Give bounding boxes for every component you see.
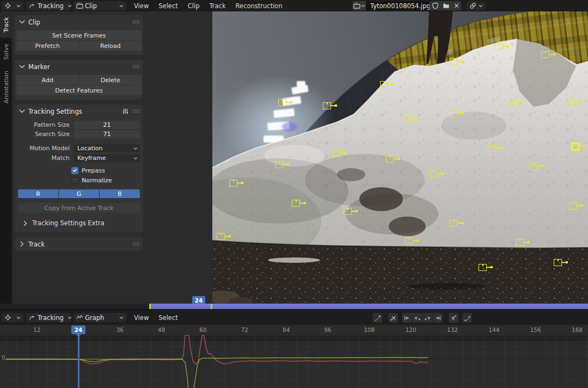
set-scene-frames-button[interactable]: Set Scene Frames <box>16 30 142 40</box>
sidebar-tab-annotation[interactable]: Annotation <box>0 65 12 109</box>
playhead-frame-badge[interactable]: 24 <box>71 325 85 334</box>
track-marker[interactable] <box>229 180 237 187</box>
refine-markers-button[interactable] <box>462 313 472 323</box>
track-marker[interactable] <box>323 102 331 109</box>
track-marker[interactable] <box>292 200 300 207</box>
open-clip-button[interactable] <box>440 1 451 10</box>
zero-axis-line <box>0 359 588 359</box>
jump-first-marker-button[interactable] <box>402 313 412 323</box>
pattern-size-field[interactable]: 21 <box>74 121 140 129</box>
channel-g-toggle[interactable]: G <box>59 189 99 198</box>
link-dropdown[interactable] <box>467 1 486 10</box>
track-marker[interactable] <box>569 202 577 210</box>
track-marker[interactable] <box>405 115 413 122</box>
track-marker[interactable] <box>450 58 458 65</box>
prev-marker-button[interactable] <box>412 313 422 323</box>
track-marker[interactable] <box>509 100 517 107</box>
panel-tracking-settings-header[interactable]: Tracking Settings <box>16 107 142 116</box>
next-marker-button[interactable] <box>422 313 432 323</box>
menu-clip[interactable]: Clip <box>183 2 205 10</box>
sidebar-tab-track[interactable]: Track <box>0 11 12 38</box>
track-marker[interactable] <box>386 156 394 163</box>
panel-expand-icon <box>19 108 26 115</box>
playhead-line[interactable] <box>78 331 79 388</box>
add-marker-button[interactable]: Add <box>16 75 79 85</box>
match-select[interactable]: Keyframe <box>74 154 140 162</box>
track-marker[interactable] <box>344 208 352 215</box>
jump-last-marker-button[interactable] <box>433 313 443 323</box>
track-marker[interactable] <box>488 145 496 152</box>
track-marker[interactable] <box>405 237 413 244</box>
clip-viewport[interactable] <box>212 11 588 304</box>
menu-view[interactable]: View <box>129 2 154 10</box>
prepass-checkbox[interactable] <box>71 167 78 174</box>
tracking-settings-extra-subpanel[interactable]: Tracking Settings Extra <box>22 219 142 227</box>
chevron-down-icon <box>68 4 72 8</box>
insert-keyframe-button[interactable] <box>372 313 382 323</box>
frame-ruler[interactable]: 1224364860728496108120132144156168 <box>0 325 588 336</box>
track-marker[interactable] <box>495 43 503 50</box>
clip-id-block: Tyton00108054.jpg <box>352 1 486 10</box>
search-size-field[interactable]: 71 <box>74 130 140 138</box>
track-marker[interactable] <box>541 51 549 58</box>
track-marker-active[interactable] <box>571 143 580 151</box>
unlink-clip-button[interactable] <box>451 1 461 10</box>
editor-type-button[interactable] <box>2 313 23 322</box>
motion-model-select[interactable]: Location <box>74 144 140 152</box>
motion-model-value: Location <box>77 145 103 152</box>
chevron-down-icon <box>16 4 21 8</box>
track-marker[interactable] <box>530 163 538 170</box>
menu-select[interactable]: Select <box>154 314 182 322</box>
cache-bar[interactable] <box>0 304 588 309</box>
clip-name-field[interactable]: Tyton00108054.jpg <box>366 1 430 10</box>
track-marker[interactable] <box>275 161 283 168</box>
presets-icon[interactable] <box>122 108 129 115</box>
menu-track[interactable]: Track <box>205 2 231 10</box>
panel-grip-icon[interactable] <box>132 242 139 246</box>
field-label: Search Size <box>18 131 74 138</box>
panel-grip-icon[interactable] <box>132 109 139 113</box>
workspace-dropdown[interactable]: Tracking <box>26 313 71 322</box>
panel-grip-icon[interactable] <box>132 65 139 69</box>
track-marker[interactable] <box>567 98 575 106</box>
view-mode-label: Graph <box>85 314 115 322</box>
menu-reconstruction[interactable]: Reconstruction <box>231 2 287 10</box>
prefetch-button[interactable]: Prefetch <box>16 41 79 51</box>
panel-track: Track <box>15 237 143 251</box>
view-mode-dropdown[interactable]: Graph <box>74 313 126 322</box>
panel-clip-header[interactable]: Clip <box>16 17 142 27</box>
channel-r-toggle[interactable]: R <box>18 189 58 198</box>
detect-features-button[interactable]: Detect Features <box>16 85 142 95</box>
normalize-checkbox[interactable] <box>71 177 78 184</box>
sidebar-tab-solve[interactable]: Solve <box>0 38 12 65</box>
track-marker[interactable] <box>278 99 286 106</box>
clear-track-forward-button[interactable] <box>449 313 458 323</box>
panel-track-header[interactable]: Track <box>16 239 142 249</box>
mode-dropdown[interactable]: Clip <box>74 1 126 10</box>
menu-view[interactable]: View <box>129 314 154 322</box>
track-marker[interactable] <box>332 150 340 157</box>
menu-select[interactable]: Select <box>154 2 182 10</box>
panel-marker-header[interactable]: Marker <box>16 62 142 71</box>
track-marker[interactable] <box>449 110 457 117</box>
delete-marker-button[interactable] <box>388 313 398 323</box>
reload-button[interactable]: Reload <box>79 41 142 51</box>
workspace-dropdown[interactable]: Tracking <box>26 1 71 10</box>
movieclip-icon <box>353 2 360 9</box>
editor-type-button[interactable] <box>2 1 23 10</box>
track-marker[interactable] <box>217 233 225 240</box>
delete-marker-button[interactable]: Delete <box>79 75 142 85</box>
track-marker[interactable] <box>430 170 438 177</box>
track-marker[interactable] <box>450 220 458 227</box>
graph-grid[interactable] <box>0 341 588 388</box>
channel-b-toggle[interactable]: B <box>100 189 140 198</box>
track-marker[interactable] <box>516 239 524 246</box>
panel-grip-icon[interactable] <box>132 20 139 24</box>
track-marker[interactable] <box>479 264 487 271</box>
fake-user-button[interactable] <box>430 1 440 10</box>
current-frame-badge[interactable]: 24 <box>192 296 205 304</box>
track-marker[interactable] <box>554 259 562 266</box>
browse-clip-button[interactable] <box>352 1 366 10</box>
copy-from-active-track-button[interactable]: Copy from Active Track <box>18 203 140 213</box>
track-marker[interactable] <box>380 81 388 88</box>
